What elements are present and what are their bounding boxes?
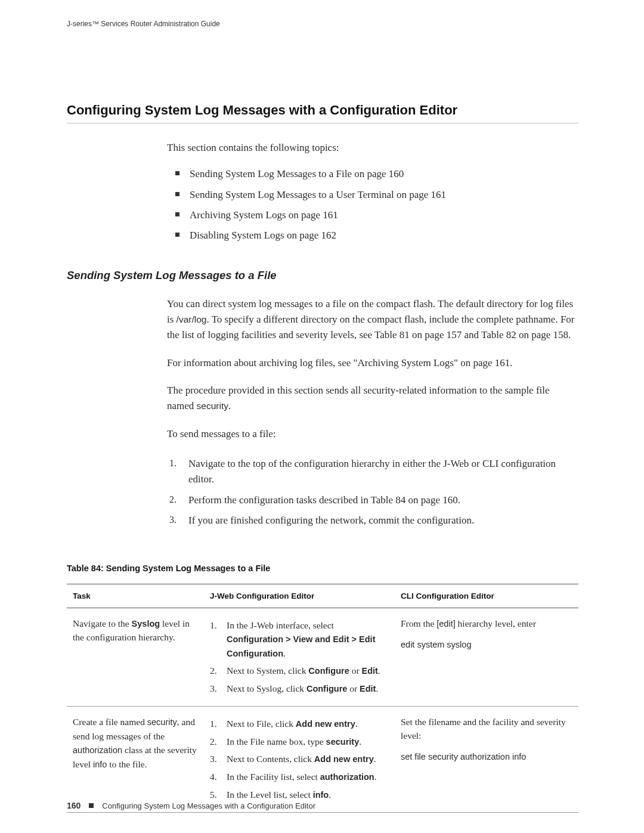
step-item: Perform the configuration tasks describe… [167, 490, 578, 510]
jweb-cell: Next to File, click Add new entry. In th… [204, 706, 395, 812]
text: Next to Contents, click [227, 754, 314, 764]
text: From the [401, 618, 436, 628]
text: . [283, 648, 286, 658]
text: or [347, 683, 360, 693]
footer-text: Configuring System Log Messages with a C… [102, 801, 315, 810]
topic-item: Disabling System Logs on page 162 [167, 225, 578, 246]
bold-text: authorization [320, 772, 374, 782]
bold-text: Add new entry [314, 754, 374, 764]
text: or [349, 665, 362, 676]
intro-paragraph: This section contains the following topi… [167, 140, 578, 156]
text: . To specify a different directory on th… [167, 314, 575, 340]
bold-text: Configure [306, 684, 347, 693]
bold-text: Configuration > View and Edit > Edit Con… [227, 634, 375, 658]
filename-text: security [147, 717, 177, 727]
text: . [355, 719, 358, 729]
text: Next to System, click [227, 665, 308, 676]
bold-text: info [313, 790, 329, 800]
task-cell: Create a file named security, and send l… [67, 706, 204, 812]
step-item: If you are finished configuring the netw… [167, 510, 578, 531]
text: Next to Syslog, click [227, 683, 306, 693]
cli-command: set file security authorization info [401, 751, 572, 764]
page-content: J-series™ Services Router Administration… [67, 20, 578, 813]
paragraph: You can direct system log messages to a … [167, 296, 578, 343]
cli-cell: From the [edit] hierarchy level, enter e… [395, 608, 578, 706]
bold-text: Configure [308, 666, 349, 676]
list-item: In the File name box, type security. [210, 733, 389, 751]
list-item: Next to File, click Add new entry. [210, 715, 389, 733]
path-text: /var/log [177, 314, 207, 324]
paragraph: The procedure provided in this section s… [167, 383, 578, 414]
cli-context: [edit] [436, 619, 455, 628]
text: In the Level list, select [227, 789, 313, 800]
text: hierarchy level, enter [456, 618, 536, 628]
text: . [374, 754, 376, 764]
list-item: In the Facility list, select authorizati… [210, 768, 389, 786]
text: . [228, 400, 231, 411]
th-task: Task [67, 584, 204, 608]
level-text: info [93, 760, 107, 769]
topics-list: Sending System Log Messages to a File on… [167, 164, 578, 246]
section-title: Configuring System Log Messages with a C… [67, 103, 578, 123]
table-row: Create a file named security, and send l… [67, 706, 578, 812]
paragraph: For information about archiving log file… [167, 355, 578, 371]
text: In the J-Web interface, select [227, 620, 334, 630]
filename-text: security [197, 401, 228, 411]
text: In the Facility list, select [227, 772, 320, 782]
bold-text: security [326, 737, 360, 747]
cli-cell: Set the filename and the facility and se… [395, 706, 578, 812]
bold-text: Edit [361, 666, 377, 676]
list-item: Next to Syslog, click Configure or Edit. [210, 680, 389, 698]
list-item: In the J-Web interface, select Configura… [210, 617, 389, 662]
text: . [374, 772, 377, 782]
jweb-cell: In the J-Web interface, select Configura… [204, 608, 395, 706]
class-text: authorization [73, 745, 122, 755]
text: . [378, 665, 380, 676]
th-jweb: J-Web Configuration Editor [204, 584, 395, 608]
page-footer: 160 Configuring System Log Messages with… [67, 801, 578, 810]
paragraph: To send messages to a file: [167, 426, 578, 442]
list-item: Next to System, click Configure or Edit. [210, 662, 389, 680]
topic-item: Archiving System Logs on page 161 [167, 205, 578, 225]
bold-text: Add new entry [296, 719, 355, 729]
table-row: Navigate to the Syslog level in the conf… [67, 608, 578, 706]
text: . [329, 789, 331, 800]
cli-command: edit system syslog [401, 639, 572, 652]
page-number: 160 [67, 801, 80, 810]
step-item: Navigate to the top of the configuration… [167, 454, 578, 490]
bold-text: Syslog [132, 619, 160, 628]
topic-item: Sending System Log Messages to a File on… [167, 164, 578, 184]
text: Create a file named [73, 717, 147, 727]
text: to the file. [107, 759, 147, 769]
config-table: Task J-Web Configuration Editor CLI Conf… [67, 584, 578, 813]
jweb-steps: In the J-Web interface, select Configura… [210, 617, 389, 698]
text: In the File name box, type [227, 736, 326, 747]
jweb-steps: Next to File, click Add new entry. In th… [210, 715, 389, 804]
text: Set the filename and the facility and se… [401, 717, 566, 741]
text: . [376, 683, 378, 693]
th-cli: CLI Configuration Editor [395, 584, 578, 608]
body-block: You can direct system log messages to a … [167, 296, 578, 442]
steps-list: Navigate to the top of the configuration… [167, 454, 578, 531]
list-item: Next to Contents, click Add new entry. [210, 750, 389, 768]
task-cell: Navigate to the Syslog level in the conf… [67, 608, 204, 706]
running-header: J-series™ Services Router Administration… [67, 20, 578, 28]
square-bullet-icon [89, 803, 94, 808]
topic-item: Sending System Log Messages to a User Te… [167, 185, 578, 205]
text: . [359, 736, 361, 747]
table-caption: Table 84: Sending System Log Messages to… [67, 563, 578, 573]
subsection-title: Sending System Log Messages to a File [67, 269, 578, 282]
text: Next to File, click [227, 719, 296, 729]
text: Navigate to the [73, 618, 132, 628]
bold-text: Edit [360, 684, 376, 693]
